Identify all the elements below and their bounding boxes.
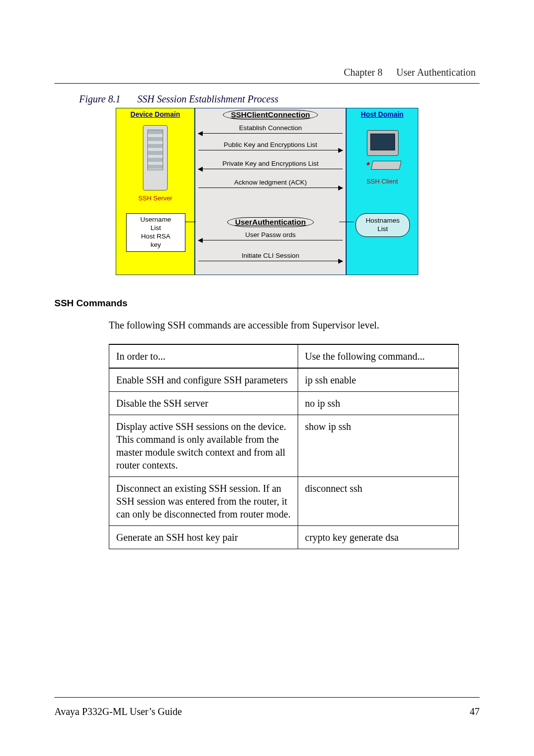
- ssh-commands-intro: The following SSH commands are accessibl…: [54, 320, 480, 331]
- ssh-server-label: SSH Server: [116, 194, 194, 202]
- ssh-process-diagram: Device Domain SSH Server Username List H…: [116, 108, 418, 275]
- arrow-user-passwords: [198, 240, 343, 240]
- username-list-line2: List: [150, 224, 161, 232]
- hostnames-line1: Hostnames: [366, 217, 400, 224]
- flow-privkey: Private Key and Encryptions List: [195, 160, 346, 167]
- table-cell-desc: Enable SSH and configure SSH parameters: [109, 368, 298, 392]
- flow-pubkey: Public Key and Encryptions List: [195, 141, 346, 148]
- device-domain-box: Device Domain SSH Server Username List H…: [116, 108, 195, 275]
- table-cell-cmd: no ip ssh: [298, 392, 458, 415]
- hostnames-line2: List: [377, 225, 388, 233]
- table-cell-cmd: crypto key generate dsa: [298, 526, 458, 549]
- ssh-client-icon: [363, 130, 401, 176]
- arrow-pubkey: [198, 150, 343, 150]
- table-header-row: In order to... Use the following command…: [109, 344, 459, 368]
- table-cell-cmd: show ip ssh: [298, 415, 458, 477]
- arrow-privkey: [198, 169, 343, 169]
- hostnames-list-box: Hostnames List: [356, 213, 410, 237]
- flow-user-passwords: User Passw ords: [195, 231, 346, 238]
- user-authentication-bubble: UserAuthentication: [227, 217, 314, 227]
- conn-username: [185, 222, 196, 222]
- flow-establish: Establish Connection: [195, 124, 346, 132]
- table-cell-desc: Generate an SSH host key pair: [109, 526, 298, 549]
- figure-diagram: Device Domain SSH Server Username List H…: [54, 108, 480, 275]
- table-row: Display active SSH sessions on the devic…: [109, 415, 459, 477]
- ssh-client-label: SSH Client: [347, 178, 418, 185]
- figure-number: Figure 8.1: [79, 94, 121, 104]
- center-flow-box: SSHClientConnection Establish Connection…: [195, 108, 346, 275]
- ssh-commands-heading: SSH Commands: [54, 298, 480, 309]
- table-cell-cmd: ip ssh enable: [298, 368, 458, 392]
- flow-initiate-cli: Initiate CLI Session: [195, 252, 346, 259]
- chapter-label: Chapter 8: [344, 67, 382, 78]
- arrow-initiate-cli: [198, 261, 343, 261]
- username-list-box: Username List Host RSA key: [126, 213, 185, 252]
- table-header-in-order-to: In order to...: [109, 344, 298, 368]
- username-list-line3: Host RSA: [141, 233, 170, 240]
- table-cell-desc: Disable the SSH server: [109, 392, 298, 415]
- table-row: Generate an SSH host key pair crypto key…: [109, 526, 459, 549]
- flow-ack: Acknow ledgment (ACK): [195, 179, 346, 186]
- table-row: Disable the SSH server no ip ssh: [109, 392, 459, 415]
- figure-title: SSH Session Establishment Process: [137, 94, 278, 104]
- table-header-use-command: Use the following command...: [298, 344, 458, 368]
- footer-guide: Avaya P332G-ML User’s Guide: [54, 706, 182, 717]
- table-cell-desc: Display active SSH sessions on the devic…: [109, 415, 298, 477]
- ssh-commands-table: In order to... Use the following command…: [109, 344, 459, 549]
- page-footer: Avaya P332G-ML User’s Guide 47: [54, 706, 480, 717]
- footer-rule: [54, 697, 480, 698]
- arrow-establish: [198, 133, 343, 134]
- username-list-line4: key: [150, 241, 161, 248]
- host-domain-title: Host Domain: [347, 110, 418, 118]
- table-row: Enable SSH and configure SSH parameters …: [109, 368, 459, 392]
- running-header: Chapter 8 User Authentication: [54, 67, 480, 78]
- page: Chapter 8 User Authentication Figure 8.1…: [0, 0, 534, 756]
- username-list-line1: Username: [140, 216, 171, 223]
- arrow-ack: [198, 188, 343, 188]
- table-row: Disconnect an existing SSH session. If a…: [109, 477, 459, 526]
- figure-caption: Figure 8.1SSH Session Establishment Proc…: [54, 94, 480, 105]
- conn-hostnames: [339, 222, 354, 222]
- chapter-title: User Authentication: [396, 67, 476, 78]
- header-rule: [54, 83, 480, 84]
- ssh-server-icon: [143, 125, 168, 190]
- host-domain-box: Host Domain SSH Client Hostnames List: [346, 108, 418, 275]
- device-domain-title: Device Domain: [116, 110, 194, 118]
- ssh-client-connection-bubble: SSHClientConnection: [223, 110, 318, 120]
- table-cell-desc: Disconnect an existing SSH session. If a…: [109, 477, 298, 526]
- footer-page-number: 47: [470, 706, 480, 717]
- table-cell-cmd: disconnect ssh: [298, 477, 458, 526]
